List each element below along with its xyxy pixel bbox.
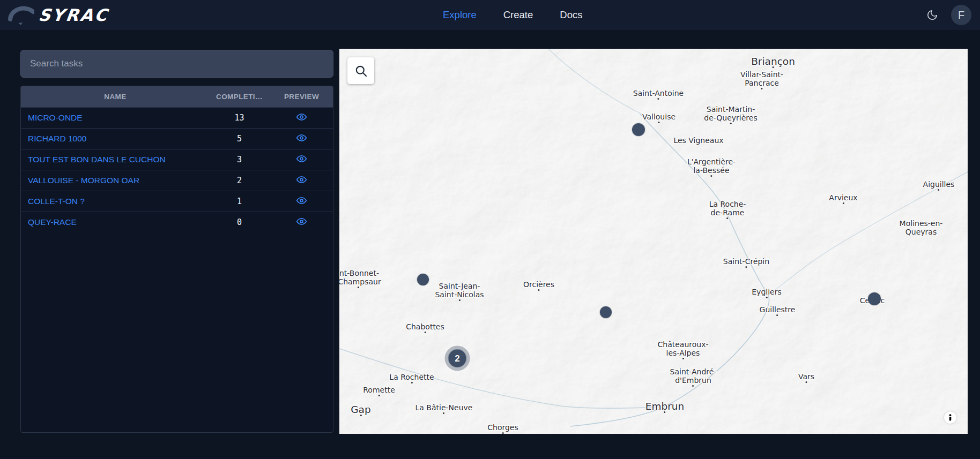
column-header-preview: PREVIEW <box>269 86 333 108</box>
map-place-label: Chabottes <box>406 322 444 331</box>
preview-eye-button[interactable] <box>296 153 307 164</box>
map-place-label: Vallouise <box>642 112 675 121</box>
map-attribution-button[interactable] <box>944 411 956 424</box>
nav-explore[interactable]: Explore <box>443 9 477 21</box>
map-place-label-line: La Bâtie-Neuve <box>415 403 473 412</box>
nav-docs[interactable]: Docs <box>560 9 582 21</box>
task-link[interactable]: RICHARD 1000 <box>28 134 86 143</box>
table-row[interactable]: COLLE-T-ON ? 1 <box>21 191 333 212</box>
app-header: SYRAC Explore Create Docs F <box>0 0 980 30</box>
search-input[interactable] <box>20 50 333 78</box>
theme-toggle-button[interactable] <box>926 9 938 21</box>
map-place-label-line: Saint-Nicolas <box>435 290 484 299</box>
task-link[interactable]: TOUT EST BON DANS LE CUCHON <box>28 155 166 164</box>
place-dot <box>938 189 940 191</box>
task-link[interactable]: MICRO-ONDE <box>28 113 83 122</box>
place-dot <box>360 415 361 416</box>
map-place-label-line: Chabottes <box>406 322 444 331</box>
preview-eye-button[interactable] <box>296 111 307 123</box>
map-marker[interactable] <box>632 123 645 136</box>
map-place-label-line: de-Queyrières <box>704 114 757 122</box>
map-place-label: Saint-Crépin <box>723 257 769 266</box>
logo: SYRAC <box>6 1 108 29</box>
place-dot <box>664 411 665 413</box>
map-place-label-line: Queyras <box>900 228 943 236</box>
column-header-completions: COMPLETI… <box>210 86 269 108</box>
table-row[interactable]: MICRO-ONDE 13 <box>21 108 333 129</box>
tasks-panel: NAME COMPLETI… PREVIEW MICRO-ONDE 13 RIC… <box>20 50 333 433</box>
map-place-label-line: Saint-Jean- <box>435 282 484 290</box>
map-place-label-line: Chorges <box>487 423 518 432</box>
map-place-label-line: les-Alpes <box>657 349 708 357</box>
map-place-label: Chorges <box>487 423 518 432</box>
eye-icon <box>296 200 307 208</box>
map-place-label-line: Châteauroux- <box>657 340 708 349</box>
map-place-label: Eygliers <box>752 288 781 296</box>
map-place-label-line: Gap <box>351 405 370 414</box>
map-place-label: Saint-André-d'Embrun <box>670 367 717 385</box>
preview-eye-button[interactable] <box>296 216 307 227</box>
place-dot <box>658 122 660 123</box>
preview-eye-button[interactable] <box>296 174 307 185</box>
map-place-label-line: Les Vigneaux <box>673 136 723 145</box>
table-row[interactable]: RICHARD 1000 5 <box>21 129 333 149</box>
place-dot <box>358 287 359 288</box>
task-link[interactable]: VALLOUISE - MORGON OAR <box>28 176 139 185</box>
map-place-label: Aiguilles <box>923 180 955 189</box>
table-row[interactable]: VALLOUISE - MORGON OAR 2 <box>21 170 333 191</box>
header-right: F <box>926 0 971 30</box>
nav-create[interactable]: Create <box>503 9 533 21</box>
eye-icon <box>296 179 307 187</box>
map-place-label-line: Embrun <box>645 402 685 411</box>
search-icon <box>354 64 368 78</box>
place-dot <box>458 299 460 301</box>
paraglider-logo-icon <box>6 3 34 27</box>
map-marker[interactable] <box>868 292 881 305</box>
map-place-label: L'Argentière-la-Bessée <box>687 157 736 175</box>
map-place-label-line: Briançon <box>751 57 795 66</box>
place-dot <box>726 217 728 219</box>
map-place-label-line: Aiguilles <box>923 180 955 189</box>
preview-eye-button[interactable] <box>296 195 307 206</box>
map-place-label-line: Saint-André- <box>670 367 717 376</box>
map-place-label-line: de-Rame <box>709 208 746 217</box>
map-search-button[interactable] <box>347 57 374 84</box>
table-row[interactable]: QUEY-RACE 0 <box>21 212 333 233</box>
map-place-label: Saint-Antoine <box>633 89 684 97</box>
avatar[interactable]: F <box>951 5 971 25</box>
cluster-count: 2 <box>448 349 467 368</box>
place-dot <box>538 289 540 291</box>
preview-eye-button[interactable] <box>296 132 307 144</box>
place-dot <box>658 98 659 100</box>
eye-icon <box>296 221 307 229</box>
map-place-label-line: Pancrace <box>740 79 783 87</box>
map-place-label-line: int-Bonnet- <box>339 269 381 277</box>
map-marker[interactable] <box>417 274 429 285</box>
task-link[interactable]: QUEY-RACE <box>28 217 77 227</box>
completions-count: 0 <box>210 212 269 233</box>
map-place-label-line: Arvieux <box>829 193 857 202</box>
map-place-label-line: Saint-Antoine <box>633 89 684 97</box>
task-link[interactable]: COLLE-T-ON ? <box>28 197 85 206</box>
map-marker[interactable] <box>600 306 612 318</box>
place-dot <box>745 266 747 268</box>
map-place-label-line: La Rochette <box>389 373 434 381</box>
place-dot <box>443 412 444 414</box>
table-header-row: NAME COMPLETI… PREVIEW <box>21 86 333 108</box>
map-place-label-line: Villar-Saint- <box>740 70 783 79</box>
map-place-label-line: L'Argentière- <box>687 157 736 166</box>
info-icon <box>946 413 954 422</box>
map-place-label: Saint-Jean-Saint-Nicolas <box>435 282 484 299</box>
map-place-label: Briançon <box>751 57 795 66</box>
cluster-marker[interactable]: 2 <box>445 346 470 371</box>
map[interactable]: BriançonVillar-Saint-PancraceSaint-Antoi… <box>339 49 968 434</box>
map-place-label: Romette <box>363 386 395 394</box>
map-place-label: Châteauroux-les-Alpes <box>657 340 708 357</box>
place-dot <box>692 385 694 387</box>
place-dot <box>682 358 684 359</box>
logo-text: SYRAC <box>38 5 110 25</box>
table-row[interactable]: TOUT EST BON DANS LE CUCHON 3 <box>21 149 333 170</box>
map-place-label: Embrun <box>645 402 685 411</box>
map-place-label-line: Romette <box>363 386 395 394</box>
completions-count: 2 <box>210 170 269 191</box>
